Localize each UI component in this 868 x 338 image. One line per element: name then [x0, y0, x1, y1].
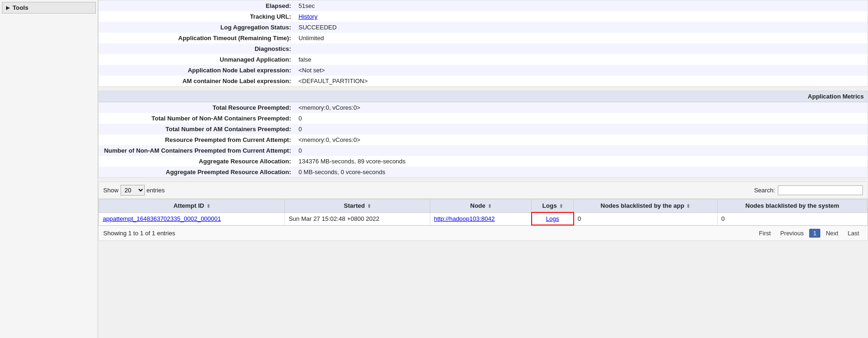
metrics-value: 0 [295, 113, 868, 124]
pagination: First Previous 1 Next Last [755, 229, 863, 238]
metrics-label: Total Resource Preempted: [99, 102, 295, 113]
next-page-button[interactable]: Next [822, 229, 842, 238]
search-area: Search: [754, 185, 863, 195]
metrics-label: Resource Preempted from Current Attempt: [99, 134, 295, 145]
table-col-header[interactable]: Nodes blacklisted by the app ⇕ [574, 199, 718, 213]
app-info-label: Elapsed: [99, 0, 295, 11]
app-info-value: false [295, 54, 868, 65]
app-info-label: Log Aggregation Status: [99, 22, 295, 33]
metrics-value: 134376 MB-seconds, 89 vcore-seconds [295, 156, 868, 167]
table-header: Attempt ID ⇕Started ⇕Node ⇕Logs ⇕Nodes b… [99, 199, 868, 213]
search-label: Search: [754, 187, 775, 194]
table-row: appattempt_1648363702335_0002_000001Sun … [99, 212, 868, 225]
app-info-value: <Not set> [295, 65, 868, 76]
attempt-table-section: Show 10202550100 entries Search: Attempt… [98, 182, 868, 241]
metrics-value: <memory:0, vCores:0> [295, 102, 868, 113]
sort-icon: ⇕ [205, 204, 210, 209]
metrics-label: Total Number of Non-AM Containers Preemp… [99, 113, 295, 124]
metrics-value: 0 [295, 145, 868, 156]
app-info-value: 51sec [295, 0, 868, 11]
blacklisted-app-cell: 0 [574, 212, 718, 225]
metrics-value: <memory:0, vCores:0> [295, 134, 868, 145]
app-info-label: Tracking URL: [99, 11, 295, 22]
content-area: Elapsed:51secTracking URL:HistoryLog Agg… [98, 0, 868, 338]
metrics-label: Total Number of AM Containers Preempted: [99, 124, 295, 134]
metrics-header: Application Metrics [99, 91, 868, 102]
metrics-label: Number of Non-AM Containers Preempted fr… [99, 145, 295, 156]
started-cell: Sun Mar 27 15:02:48 +0800 2022 [285, 212, 430, 225]
search-input[interactable] [778, 185, 863, 195]
node-cell: http://hadoop103:8042 [430, 212, 532, 225]
attempt-id-cell: appattempt_1648363702335_0002_000001 [99, 212, 285, 225]
app-info-label: Application Node Label expression: [99, 65, 295, 76]
app-info-label: Diagnostics: [99, 43, 295, 54]
page-wrapper: ▶ Tools Elapsed:51secTracking URL:Histor… [0, 0, 868, 338]
tools-label: Tools [13, 4, 28, 11]
tools-arrow-icon: ▶ [6, 5, 10, 10]
node-link[interactable]: http://hadoop103:8042 [434, 215, 495, 222]
attempt-table: Attempt ID ⇕Started ⇕Node ⇕Logs ⇕Nodes b… [99, 199, 868, 225]
app-info-label: Unmanaged Application: [99, 54, 295, 65]
metrics-value: 0 [295, 124, 868, 134]
metrics-table: Total Resource Preempted:<memory:0, vCor… [99, 102, 868, 177]
page-number[interactable]: 1 [809, 229, 820, 238]
blacklisted-system-cell: 0 [717, 212, 867, 225]
app-info-value: SUCCEEDED [295, 22, 868, 33]
metrics-panel: Application Metrics Total Resource Preem… [98, 91, 868, 178]
logs-cell: Logs [532, 212, 574, 225]
tracking-url-link[interactable]: History [299, 13, 317, 20]
table-col-header: Nodes blacklisted by the system [717, 199, 867, 213]
app-info-value: Unlimited [295, 33, 868, 43]
sort-icon: ⇕ [558, 204, 563, 209]
show-entries: Show 10202550100 entries [103, 185, 165, 196]
app-info-value: History [295, 11, 868, 22]
metrics-label: Aggregate Preempted Resource Allocation: [99, 167, 295, 177]
table-col-header[interactable]: Attempt ID ⇕ [99, 199, 285, 213]
app-info-panel: Elapsed:51secTracking URL:HistoryLog Agg… [98, 0, 868, 87]
app-info-label: AM container Node Label expression: [99, 76, 295, 86]
main-area: ▶ Tools Elapsed:51secTracking URL:Histor… [0, 0, 868, 338]
table-col-header[interactable]: Node ⇕ [430, 199, 532, 213]
metrics-label: Aggregate Resource Allocation: [99, 156, 295, 167]
table-footer: Showing 1 to 1 of 1 entries First Previo… [99, 225, 868, 240]
app-info-table: Elapsed:51secTracking URL:HistoryLog Agg… [99, 0, 868, 86]
table-col-header[interactable]: Logs ⇕ [532, 199, 574, 213]
table-col-header[interactable]: Started ⇕ [285, 199, 430, 213]
logs-link[interactable]: Logs [546, 215, 559, 222]
attempt-id-link[interactable]: appattempt_1648363702335_0002_000001 [103, 215, 221, 222]
sidebar: ▶ Tools [0, 0, 98, 338]
showing-text: Showing 1 to 1 of 1 entries [103, 230, 175, 237]
app-info-label: Application Timeout (Remaining Time): [99, 33, 295, 43]
last-page-button[interactable]: Last [844, 229, 863, 238]
sort-icon: ⇕ [366, 204, 371, 209]
entries-select[interactable]: 10202550100 [121, 185, 145, 196]
app-info-value: <DEFAULT_PARTITION> [295, 76, 868, 86]
table-controls: Show 10202550100 entries Search: [99, 182, 868, 199]
show-label: Show [103, 187, 119, 194]
first-page-button[interactable]: First [755, 229, 775, 238]
sort-icon: ⇕ [685, 204, 690, 209]
entries-label: entries [147, 187, 165, 194]
metrics-value: 0 MB-seconds, 0 vcore-seconds [295, 167, 868, 177]
previous-page-button[interactable]: Previous [776, 229, 808, 238]
sort-icon: ⇕ [486, 204, 491, 209]
app-info-value [295, 43, 868, 54]
tools-menu[interactable]: ▶ Tools [2, 2, 96, 14]
